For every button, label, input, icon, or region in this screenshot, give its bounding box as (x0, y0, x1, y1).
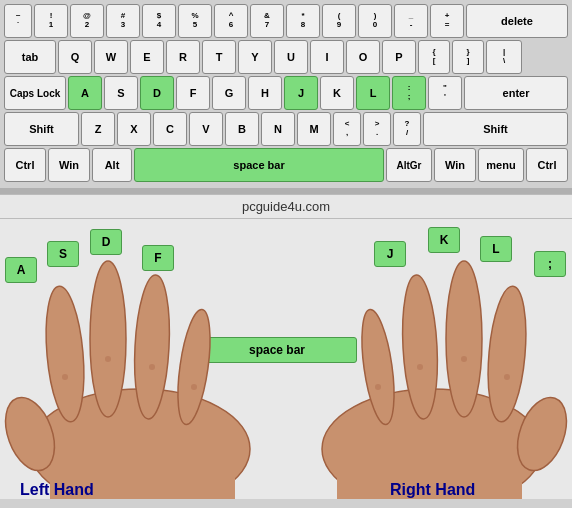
key-ctrl-left[interactable]: Ctrl (4, 148, 46, 182)
key-9[interactable]: (9 (322, 4, 356, 38)
key-q[interactable]: Q (58, 40, 92, 74)
key-altgr[interactable]: AltGr (386, 148, 432, 182)
key-8[interactable]: *8 (286, 4, 320, 38)
website-label: pcguide4u.com (0, 194, 572, 219)
key-shift-left[interactable]: Shift (4, 112, 79, 146)
key-3[interactable]: #3 (106, 4, 140, 38)
key-win-right[interactable]: Win (434, 148, 476, 182)
right-hand-label: Right Hand (390, 481, 475, 498)
key-p[interactable]: P (382, 40, 416, 74)
svg-point-3 (90, 261, 126, 417)
key-rbracket[interactable]: }] (452, 40, 484, 74)
keyboard: ~` !1 @2 #3 $4 %5 ^6 &7 *8 (9 )0 _- += d… (0, 0, 572, 188)
svg-point-19 (461, 356, 467, 362)
svg-point-10 (191, 384, 197, 390)
number-row: ~` !1 @2 #3 $4 %5 ^6 &7 *8 (9 )0 _- += d… (4, 4, 568, 38)
key-d[interactable]: D (140, 76, 174, 110)
key-t[interactable]: T (202, 40, 236, 74)
key-u[interactable]: U (274, 40, 308, 74)
key-backslash[interactable]: |\ (486, 40, 522, 74)
key-w[interactable]: W (94, 40, 128, 74)
key-tilde[interactable]: ~` (4, 4, 32, 38)
key-slash[interactable]: ?/ (393, 112, 421, 146)
svg-point-7 (62, 374, 68, 380)
left-hand-label: Left Hand (20, 481, 94, 498)
key-h[interactable]: H (248, 76, 282, 110)
key-c[interactable]: C (153, 112, 187, 146)
asdf-row: Caps Lock A S D F G H J K L :; "' enter (4, 76, 568, 110)
zxcv-row: Shift Z X C V B N M <, >. ?/ Shift (4, 112, 568, 146)
key-4[interactable]: $4 (142, 4, 176, 38)
key-lbracket[interactable]: {[ (418, 40, 450, 74)
key-quote[interactable]: "' (428, 76, 462, 110)
key-l[interactable]: L (356, 76, 390, 110)
key-ctrl-right[interactable]: Ctrl (526, 148, 568, 182)
key-delete[interactable]: delete (466, 4, 568, 38)
key-n[interactable]: N (261, 112, 295, 146)
svg-point-9 (149, 364, 155, 370)
key-shift-right[interactable]: Shift (423, 112, 568, 146)
key-z[interactable]: Z (81, 112, 115, 146)
key-semicolon[interactable]: :; (392, 76, 426, 110)
key-spacebar[interactable]: space bar (134, 148, 384, 182)
key-6[interactable]: ^6 (214, 4, 248, 38)
hands-svg: Left Hand Right Hand (0, 239, 572, 499)
key-r[interactable]: R (166, 40, 200, 74)
key-s[interactable]: S (104, 76, 138, 110)
key-b[interactable]: B (225, 112, 259, 146)
left-hand (0, 261, 250, 499)
key-m[interactable]: M (297, 112, 331, 146)
key-e[interactable]: E (130, 40, 164, 74)
svg-point-20 (417, 364, 423, 370)
key-a[interactable]: A (68, 76, 102, 110)
svg-point-8 (105, 356, 111, 362)
key-menu[interactable]: menu (478, 148, 524, 182)
key-y[interactable]: Y (238, 40, 272, 74)
key-win-left[interactable]: Win (48, 148, 90, 182)
key-g[interactable]: G (212, 76, 246, 110)
key-equals[interactable]: += (430, 4, 464, 38)
key-2[interactable]: @2 (70, 4, 104, 38)
key-comma[interactable]: <, (333, 112, 361, 146)
key-v[interactable]: V (189, 112, 223, 146)
key-i[interactable]: I (310, 40, 344, 74)
key-capslock[interactable]: Caps Lock (4, 76, 66, 110)
key-0[interactable]: )0 (358, 4, 392, 38)
key-period[interactable]: >. (363, 112, 391, 146)
key-1[interactable]: !1 (34, 4, 68, 38)
key-5[interactable]: %5 (178, 4, 212, 38)
key-x[interactable]: X (117, 112, 151, 146)
key-minus[interactable]: _- (394, 4, 428, 38)
key-f[interactable]: F (176, 76, 210, 110)
svg-point-18 (504, 374, 510, 380)
key-k[interactable]: K (320, 76, 354, 110)
key-enter[interactable]: enter (464, 76, 568, 110)
svg-point-13 (483, 285, 531, 424)
qwerty-row: tab Q W E R T Y U I O P {[ }] |\ (4, 40, 568, 74)
hands-section: A S D F J K L ; space bar (0, 219, 572, 499)
key-j[interactable]: J (284, 76, 318, 110)
svg-point-21 (375, 384, 381, 390)
svg-point-14 (446, 261, 482, 417)
svg-point-2 (41, 285, 89, 424)
bottom-row: Ctrl Win Alt space bar AltGr Win menu Ct… (4, 148, 568, 182)
right-hand (322, 261, 572, 499)
key-alt-left[interactable]: Alt (92, 148, 132, 182)
key-o[interactable]: O (346, 40, 380, 74)
key-tab[interactable]: tab (4, 40, 56, 74)
key-7[interactable]: &7 (250, 4, 284, 38)
